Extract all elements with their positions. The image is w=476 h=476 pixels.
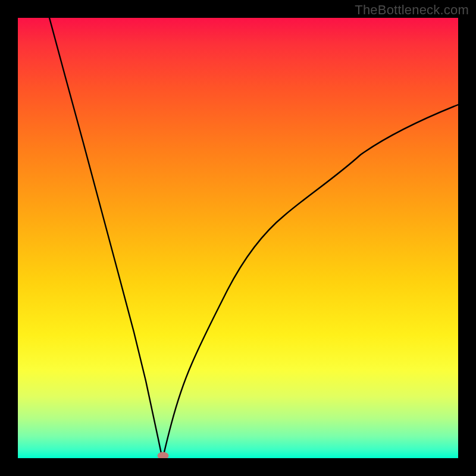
curve-right-branch (163, 105, 459, 458)
curve-svg (18, 18, 458, 458)
plot-area (18, 18, 458, 458)
curve-left-branch (49, 18, 163, 458)
watermark-text: TheBottleneck.com (355, 2, 469, 18)
minimum-marker (157, 452, 168, 459)
chart-frame: TheBottleneck.com (0, 0, 476, 476)
